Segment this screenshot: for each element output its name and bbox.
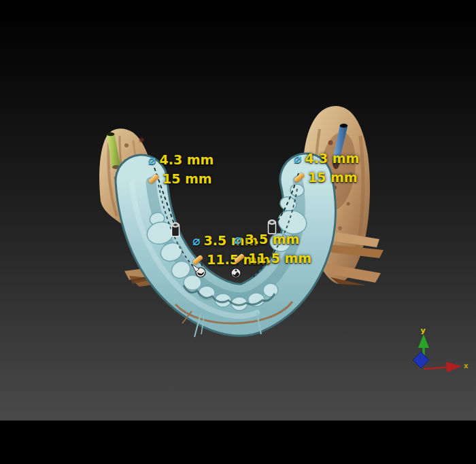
- implant-length-icon: [294, 173, 305, 183]
- length-value: 15 mm: [163, 173, 212, 185]
- length-value: 11.5 mm: [248, 252, 311, 265]
- axis-y-label: y: [420, 326, 425, 335]
- axis-x-label: x: [464, 362, 469, 370]
- diameter-value: 4.3 mm: [305, 152, 359, 165]
- diameter-row: ⌀ 4.3 mm: [148, 151, 214, 169]
- diameter-icon: ⌀: [294, 152, 301, 165]
- diameter-value: 3.5 mm: [245, 233, 299, 246]
- diameter-row: ⌀ 3.5 mm: [234, 230, 311, 249]
- implant-length-icon: [192, 255, 204, 266]
- implant-measure-label-anterior-right[interactable]: ⌀ 3.5 mm 11.5 mm: [234, 230, 311, 268]
- diameter-row: ⌀ 4.3 mm: [294, 149, 359, 168]
- implant-length-icon: [234, 253, 245, 264]
- diameter-icon: ⌀: [192, 234, 200, 247]
- diameter-value: 4.3 mm: [159, 154, 214, 166]
- diameter-icon: ⌀: [234, 233, 241, 246]
- orientation-axes[interactable]: y x: [398, 318, 475, 380]
- axis-x-arrow: [424, 362, 462, 373]
- letterbox-bottom: [0, 421, 476, 464]
- length-value: 15 mm: [308, 171, 358, 184]
- implant-measure-label-posterior-left[interactable]: ⌀ 4.3 mm 15 mm: [148, 151, 214, 188]
- implant-length-icon: [148, 174, 160, 185]
- length-row: 15 mm: [148, 170, 214, 188]
- 3d-viewport[interactable]: ⌀ 4.3 mm 15 mm ⌀ 4.3 mm 15 mm ⌀ 3.5 mm: [0, 0, 476, 421]
- length-row: 15 mm: [294, 168, 359, 187]
- axis-z-diamond: [413, 352, 429, 368]
- implant-measure-label-posterior-right[interactable]: ⌀ 4.3 mm 15 mm: [294, 149, 359, 187]
- application-window: ⌀ 4.3 mm 15 mm ⌀ 4.3 mm 15 mm ⌀ 3.5 mm: [0, 0, 476, 464]
- implant-marker[interactable]: [231, 268, 241, 278]
- implant-marker[interactable]: [172, 223, 180, 236]
- length-row: 11.5 mm: [234, 249, 311, 268]
- diameter-icon: ⌀: [148, 154, 156, 166]
